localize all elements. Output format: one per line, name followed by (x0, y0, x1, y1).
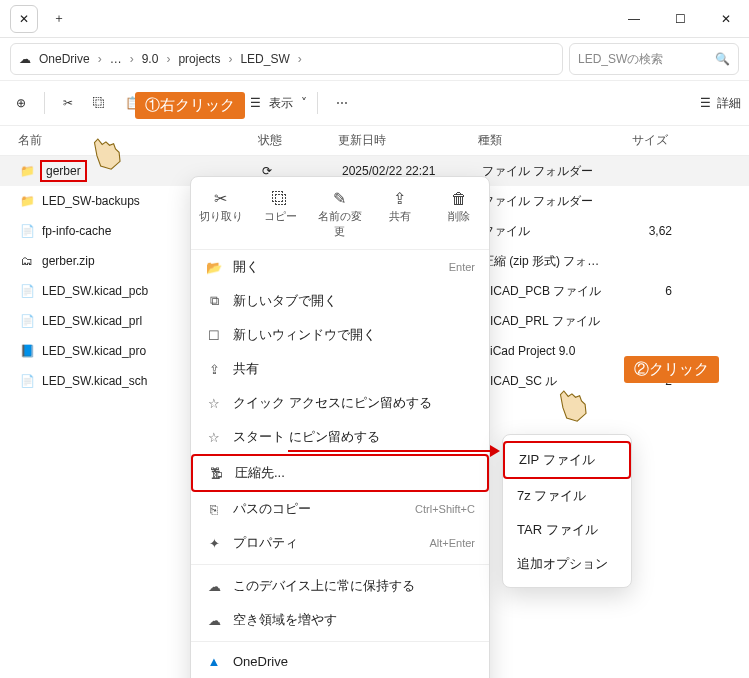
menu-icon: ☁ (205, 613, 223, 628)
menu-icon: ⎘ (205, 502, 223, 517)
file-type: 圧縮 (zip 形式) フォ… (482, 253, 612, 270)
ctx-copy[interactable]: ⿻コピー (254, 189, 306, 239)
maximize-button[interactable]: ☐ (657, 3, 703, 35)
menu-icon: ☐ (205, 328, 223, 343)
cut-icon[interactable]: ✂ (55, 90, 81, 116)
ctx-[interactable]: ⇪ 共有 (191, 352, 489, 386)
view-label[interactable]: 表示 (265, 95, 297, 112)
file-size: 3,62 (612, 224, 672, 238)
file-type: KICAD_PRL ファイル (482, 313, 612, 330)
ctx-[interactable]: ⎘ パスのコピー Ctrl+Shift+C (191, 492, 489, 526)
sub-zip[interactable]: ZIP ファイル (503, 441, 631, 479)
menu-label: 新しいタブで開く (233, 292, 337, 310)
menu-label: プロパティ (233, 534, 298, 552)
menu-icon: ☆ (205, 430, 223, 445)
sub-tar[interactable]: TAR ファイル (503, 513, 631, 547)
context-menu: ✂切り取り ⿻コピー ✎名前の変更 ⇪共有 🗑削除 📂 開く Enter⧉ 新し… (190, 176, 490, 678)
scissors-icon: ✂ (195, 189, 247, 209)
search-icon: 🔍 (715, 52, 730, 66)
close-button[interactable]: ✕ (703, 3, 749, 35)
share-icon: ⇪ (374, 189, 426, 209)
callout-click: ②クリック (624, 356, 719, 383)
cloud-icon: ☁ (19, 52, 31, 66)
ctx-[interactable]: 📂 開く Enter (191, 250, 489, 284)
menu-label: クイック アクセスにピン留めする (233, 394, 432, 412)
crumb-3[interactable]: LED_SW (240, 52, 289, 66)
chevron-down-icon: ˅ (301, 96, 307, 110)
menu-icon: ⧉ (205, 293, 223, 309)
file-type: ファイル フォルダー (482, 193, 612, 210)
file-type: ファイル フォルダー (482, 163, 612, 180)
minimize-button[interactable]: — (611, 3, 657, 35)
breadcrumb[interactable]: ☁ OneDrive › … › 9.0 › projects › LED_SW… (10, 43, 563, 75)
file-type: KICAD_PCB ファイル (482, 283, 612, 300)
tab-close-icon[interactable]: ✕ (10, 5, 38, 33)
ctx-[interactable]: ☐ 新しいウィンドウで開く (191, 318, 489, 352)
more-button[interactable]: ⋯ (328, 90, 356, 116)
ctx-[interactable]: 🗜 圧縮先... (191, 454, 489, 492)
ctx-cut[interactable]: ✂切り取り (195, 189, 247, 239)
column-type[interactable]: 種類 (478, 132, 608, 149)
menu-icon: ☆ (205, 396, 223, 411)
column-date[interactable]: 更新日時 (338, 132, 478, 149)
sub-[interactable]: 追加オプション (503, 547, 631, 581)
trash-icon: 🗑 (433, 189, 485, 209)
shortcut: Enter (449, 261, 475, 273)
menu-icon: ▲ (205, 654, 223, 669)
column-state[interactable]: 状態 (258, 132, 338, 149)
menu-icon: 📂 (205, 260, 223, 275)
crumb-root[interactable]: OneDrive (39, 52, 90, 66)
file-icon: 📄 (18, 312, 36, 330)
copy-icon[interactable]: ⿻ (85, 90, 113, 116)
ctx-[interactable]: ☁ このデバイス上に常に保持する (191, 569, 489, 603)
menu-icon: ✦ (205, 536, 223, 551)
folder-icon: 📁 (18, 192, 36, 210)
ctx-onedrive[interactable]: ▲ OneDrive (191, 646, 489, 677)
menu-label: OneDrive (233, 654, 288, 669)
rename-icon: ✎ (314, 189, 366, 209)
menu-label: 共有 (233, 360, 259, 378)
details-button[interactable]: 詳細 (717, 95, 741, 112)
ctx-[interactable]: ⧉ 新しいタブで開く (191, 284, 489, 318)
callout-right-click: ①右クリック (135, 92, 245, 119)
search-input[interactable]: LED_SWの検索 🔍 (569, 43, 739, 75)
crumb-dots[interactable]: … (110, 52, 122, 66)
menu-label: 開く (233, 258, 259, 276)
chevron-right-icon: › (130, 52, 134, 66)
ctx-[interactable]: ✦ プロパティ Alt+Enter (191, 526, 489, 560)
file-size: 6 (612, 284, 672, 298)
menu-label: パスのコピー (233, 500, 311, 518)
new-button[interactable]: ⊕ (8, 90, 34, 116)
ctx-[interactable]: ☆ スタート にピン留めする (191, 420, 489, 454)
ctx-[interactable]: ☁ 空き領域を増やす (191, 603, 489, 637)
zip-icon: 🗂 (18, 252, 36, 270)
shortcut: Ctrl+Shift+C (415, 503, 475, 515)
chevron-right-icon: › (166, 52, 170, 66)
menu-label: 新しいウィンドウで開く (233, 326, 376, 344)
ctx-rename[interactable]: ✎名前の変更 (314, 189, 366, 239)
ctx-[interactable]: ☆ クイック アクセスにピン留めする (191, 386, 489, 420)
ctx-share[interactable]: ⇪共有 (374, 189, 426, 239)
menu-icon: ☁ (205, 579, 223, 594)
menu-label: スタート にピン留めする (233, 428, 380, 446)
kpro-icon: 📘 (18, 342, 36, 360)
annotation-arrow (288, 450, 498, 452)
file-icon: 📄 (18, 282, 36, 300)
menu-label: 圧縮先... (235, 464, 285, 482)
view-icon: ☰ (250, 96, 261, 110)
file-icon: 📄 (18, 222, 36, 240)
column-size[interactable]: サイズ (608, 132, 668, 149)
menu-icon: 🗜 (207, 466, 225, 481)
crumb-1[interactable]: 9.0 (142, 52, 159, 66)
new-tab-button[interactable]: ＋ (44, 4, 74, 34)
sub-7z[interactable]: 7z ファイル (503, 479, 631, 513)
ctx-delete[interactable]: 🗑削除 (433, 189, 485, 239)
chevron-right-icon: › (98, 52, 102, 66)
file-icon: 📄 (18, 372, 36, 390)
file-type: ファイル (482, 223, 612, 240)
chevron-right-icon: › (298, 52, 302, 66)
folder-icon: 📁 (18, 162, 36, 180)
crumb-2[interactable]: projects (178, 52, 220, 66)
column-name[interactable]: 名前 (18, 132, 258, 149)
file-type: KICAD_SC ル (482, 373, 612, 390)
